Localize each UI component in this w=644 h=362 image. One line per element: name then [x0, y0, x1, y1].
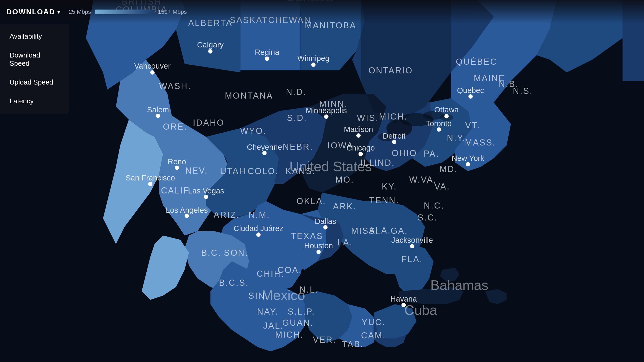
svg-text:COA.: COA. [278, 265, 302, 275]
svg-point-115 [316, 250, 321, 254]
svg-text:Salem: Salem [147, 105, 169, 114]
svg-text:CAM.: CAM. [361, 331, 386, 340]
svg-point-117 [466, 162, 470, 166]
svg-text:Minneapolis: Minneapolis [306, 106, 347, 115]
svg-text:CALIF.: CALIF. [161, 186, 192, 195]
sidebar-item-upload-speed[interactable]: Upload Speed [0, 73, 69, 92]
svg-text:VA.: VA. [434, 182, 450, 191]
svg-text:Dallas: Dallas [315, 217, 336, 226]
svg-text:TAB.: TAB. [342, 339, 364, 349]
sidebar-item-label: Latency [10, 97, 34, 105]
map-container: BRITISH COLUMBIA ALBERTA SASKATCHEWAN MA… [0, 0, 644, 362]
svg-text:GUAN.: GUAN. [282, 318, 314, 328]
svg-text:VT.: VT. [465, 121, 480, 130]
svg-text:Regina: Regina [255, 48, 279, 56]
svg-text:ARIZ.: ARIZ. [214, 210, 240, 220]
svg-text:Madison: Madison [344, 125, 373, 134]
svg-text:TEXAS: TEXAS [291, 231, 323, 241]
chevron-down-icon: ▾ [57, 9, 60, 16]
svg-text:ARK.: ARK. [333, 202, 357, 211]
svg-text:OHIO: OHIO [392, 148, 417, 158]
svg-point-95 [175, 166, 179, 170]
svg-point-103 [324, 114, 328, 119]
svg-point-123 [256, 232, 261, 237]
svg-point-97 [148, 182, 152, 186]
svg-text:Detroit: Detroit [383, 132, 406, 140]
svg-text:IDAHO: IDAHO [193, 118, 225, 127]
sidebar-item-label: Upload Speed [10, 78, 53, 86]
svg-point-105 [356, 133, 361, 138]
svg-text:VER.: VER. [313, 335, 336, 345]
svg-text:San Francisco: San Francisco [126, 174, 175, 182]
legend-gradient [95, 10, 154, 14]
svg-point-91 [468, 94, 473, 99]
sidebar-item-availability[interactable]: Availability [0, 27, 69, 46]
svg-text:N.Y.: N.Y. [447, 133, 466, 143]
svg-text:NAY.: NAY. [257, 307, 279, 316]
svg-text:Mexico: Mexico [262, 288, 305, 303]
svg-text:ORE.: ORE. [163, 122, 187, 131]
sidebar-item-label: Download Speed [10, 51, 59, 68]
svg-text:YUC.: YUC. [362, 317, 385, 327]
svg-text:W.VA.: W.VA. [409, 175, 437, 184]
svg-text:Bahamas: Bahamas [430, 277, 488, 293]
svg-text:Calgary: Calgary [197, 41, 224, 49]
svg-text:S.D.: S.D. [287, 113, 307, 123]
svg-text:Havana: Havana [390, 295, 417, 303]
svg-text:NEBR.: NEBR. [283, 142, 313, 152]
svg-text:B.C.S.: B.C.S. [219, 278, 249, 288]
svg-point-113 [323, 225, 327, 229]
svg-text:OKLA.: OKLA. [296, 196, 326, 206]
svg-point-93 [156, 114, 160, 118]
svg-text:ALA.: ALA. [369, 226, 391, 235]
sidebar-item-download-speed[interactable]: Download Speed [0, 46, 69, 73]
svg-point-83 [311, 63, 316, 67]
svg-text:SON.: SON. [224, 248, 248, 258]
svg-text:MASS.: MASS. [465, 138, 496, 147]
svg-text:Cheyenne: Cheyenne [247, 143, 282, 151]
legend-min-label: 25 Mbps [69, 8, 91, 15]
svg-text:IND.: IND. [374, 158, 395, 167]
svg-point-89 [437, 127, 441, 132]
svg-text:B.C.: B.C. [201, 248, 221, 258]
svg-text:Las Vegas: Las Vegas [188, 187, 224, 195]
svg-text:WIS.: WIS. [357, 113, 379, 123]
top-bar: DOWNLOAD ▾ 25 Mbps 150+ Mbps [0, 0, 644, 24]
svg-point-111 [262, 151, 266, 155]
map-svg: BRITISH COLUMBIA ALBERTA SASKATCHEWAN MA… [0, 0, 644, 362]
svg-point-121 [401, 303, 406, 307]
svg-text:Houston: Houston [304, 241, 333, 250]
svg-text:S.C.: S.C. [418, 213, 438, 222]
svg-point-109 [392, 140, 396, 144]
svg-text:UTAH: UTAH [220, 166, 246, 176]
svg-text:ONTARIO: ONTARIO [369, 66, 413, 75]
svg-text:New York: New York [452, 154, 484, 162]
svg-text:N.S.: N.S. [513, 86, 533, 96]
legend-bar: 25 Mbps 150+ Mbps [69, 8, 187, 15]
svg-text:MD.: MD. [440, 164, 458, 174]
sidebar: Availability Download Speed Upload Speed… [0, 24, 69, 114]
svg-text:GA.: GA. [391, 226, 408, 236]
svg-text:WYO.: WYO. [240, 126, 266, 136]
svg-text:TENN.: TENN. [369, 196, 399, 205]
svg-text:Vancouver: Vancouver [134, 62, 170, 70]
svg-text:KY.: KY. [382, 182, 397, 191]
svg-text:Jacksonville: Jacksonville [391, 236, 433, 244]
svg-point-99 [204, 195, 208, 199]
svg-text:Ottawa: Ottawa [434, 105, 459, 114]
svg-text:MONTANA: MONTANA [225, 91, 273, 100]
svg-text:JAL.: JAL. [263, 321, 284, 330]
svg-text:Quebec: Quebec [457, 86, 484, 95]
svg-text:PA.: PA. [424, 149, 440, 158]
svg-point-85 [150, 70, 155, 74]
download-label: DOWNLOAD [6, 8, 55, 16]
svg-text:LA.: LA. [338, 238, 353, 247]
svg-text:United States: United States [289, 159, 372, 174]
download-dropdown[interactable]: DOWNLOAD ▾ [6, 8, 60, 16]
svg-text:Winnipeg: Winnipeg [297, 54, 329, 63]
sidebar-item-label: Availability [10, 32, 42, 41]
svg-text:COLO.: COLO. [248, 166, 279, 176]
svg-text:FLA.: FLA. [401, 254, 423, 264]
sidebar-item-latency[interactable]: Latency [0, 92, 69, 111]
svg-text:MICH.: MICH. [379, 112, 408, 121]
